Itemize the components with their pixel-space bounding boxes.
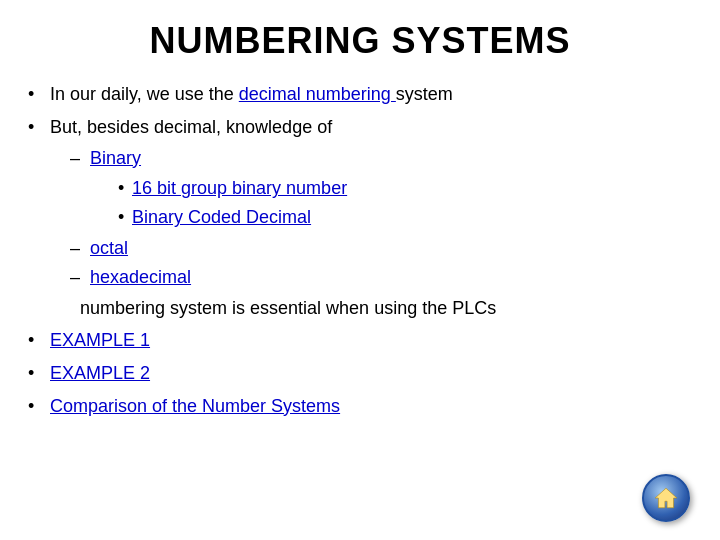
example2-link[interactable]: EXAMPLE 2 xyxy=(50,363,150,383)
sub-hexadecimal: hexadecimal xyxy=(80,263,680,292)
home-icon xyxy=(653,485,679,511)
content-area: In our daily, we use the decimal numberi… xyxy=(40,80,680,421)
comparison-link[interactable]: Comparison of the Number Systems xyxy=(50,396,340,416)
octal-link[interactable]: octal xyxy=(90,238,128,258)
bullet-example2: EXAMPLE 2 xyxy=(40,359,680,388)
sub-list: Binary 16 bit group binary number Binary… xyxy=(50,144,680,292)
home-button[interactable] xyxy=(642,474,690,522)
trailing-text-wrapper: numbering system is essential when using… xyxy=(50,294,680,323)
16bit-link[interactable]: 16 bit group binary number xyxy=(132,178,347,198)
bullet2-text: But, besides decimal, knowledge of xyxy=(50,117,332,137)
main-list: In our daily, we use the decimal numberi… xyxy=(40,80,680,421)
trailing-text: numbering system is essential when using… xyxy=(80,298,496,318)
example1-link[interactable]: EXAMPLE 1 xyxy=(50,330,150,350)
sub-binary: Binary 16 bit group binary number Binary… xyxy=(80,144,680,232)
sub-bcd: Binary Coded Decimal xyxy=(120,203,680,232)
page-title: NUMBERING SYSTEMS xyxy=(40,20,680,62)
bullet-2: But, besides decimal, knowledge of Binar… xyxy=(40,113,680,323)
bullet1-suffix: system xyxy=(396,84,453,104)
hexadecimal-link[interactable]: hexadecimal xyxy=(90,267,191,287)
binary-link[interactable]: Binary xyxy=(90,148,141,168)
bullet-example1: EXAMPLE 1 xyxy=(40,326,680,355)
bullet1-text: In our daily, we use the xyxy=(50,84,239,104)
sub-16bit: 16 bit group binary number xyxy=(120,174,680,203)
bullet-1: In our daily, we use the decimal numberi… xyxy=(40,80,680,109)
binary-sub-list: 16 bit group binary number Binary Coded … xyxy=(90,174,680,232)
page: NUMBERING SYSTEMS In our daily, we use t… xyxy=(0,0,720,540)
bcd-link[interactable]: Binary Coded Decimal xyxy=(132,207,311,227)
bullet-comparison: Comparison of the Number Systems xyxy=(40,392,680,421)
decimal-numbering-link[interactable]: decimal numbering xyxy=(239,84,396,104)
sub-octal: octal xyxy=(80,234,680,263)
